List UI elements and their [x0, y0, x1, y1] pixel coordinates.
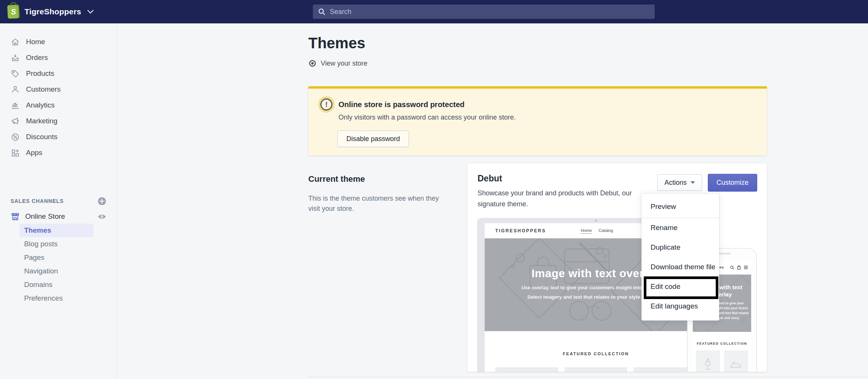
dress-form-icon [703, 358, 713, 371]
sidebar-item-label: Discounts [26, 133, 57, 141]
sidebar-item-label: Apps [26, 149, 42, 157]
cart-bag-icon [737, 265, 741, 270]
menu-item-download-theme-file[interactable]: Download theme file [641, 257, 719, 277]
mobile-header-icons [730, 265, 748, 270]
featured-collection-label: FEATURED COLLECTION [485, 331, 707, 356]
apps-icon [11, 148, 20, 158]
person-icon [11, 85, 20, 94]
eye-icon[interactable] [98, 213, 106, 220]
online-store-subnav: Themes Blog posts Pages Navigation Domai… [0, 224, 117, 305]
storefront-nav-catalog: Catalog [599, 228, 613, 234]
featured-collection-label: FEATURED COLLECTION [693, 332, 751, 345]
search-bar[interactable] [313, 5, 655, 19]
menu-item-label: Rename [651, 224, 678, 232]
warning-icon: ! [320, 98, 332, 110]
sneaker-icon [730, 361, 742, 369]
chevron-down-icon [87, 9, 94, 14]
store-name: TigreShoppers [24, 7, 81, 16]
menu-item-preview[interactable]: Preview [641, 196, 719, 218]
subnav-label: Themes [24, 226, 51, 235]
home-icon [11, 37, 20, 47]
page-title: Themes [308, 35, 365, 52]
topbar: S TigreShoppers [0, 0, 868, 23]
section-description: This is the theme customers see when the… [308, 193, 444, 214]
actions-menu: Preview Rename Duplicate Download theme … [641, 193, 719, 321]
menu-item-label: Preview [651, 203, 676, 211]
password-warning-banner: ! Online store is password protected Onl… [308, 86, 767, 156]
sidebar-item-label: Orders [26, 54, 48, 62]
current-theme-card: Debut Showcase your brand and products w… [467, 163, 767, 372]
sidebar-item-discounts[interactable]: Discounts [0, 129, 116, 145]
menu-item-rename[interactable]: Rename [641, 218, 719, 238]
sidebar-item-domains[interactable]: Domains [0, 278, 117, 292]
sidebar-item-analytics[interactable]: Analytics [0, 97, 116, 113]
product-tiles [485, 367, 707, 372]
subnav-label: Pages [24, 253, 44, 262]
theme-name: Debut [478, 173, 502, 184]
storefront-nav-home: Home [581, 228, 592, 234]
disable-password-button[interactable]: Disable password [337, 130, 409, 147]
subnav-label: Domains [24, 281, 52, 289]
section-divider [308, 377, 868, 377]
sidebar-item-apps[interactable]: Apps [0, 145, 116, 161]
sidebar: Home Orders Products Customers Analytics… [0, 23, 117, 379]
sidebar-item-customers[interactable]: Customers [0, 81, 116, 97]
sidebar-item-blog-posts[interactable]: Blog posts [0, 237, 117, 251]
product-tile [565, 367, 628, 372]
product-tile [696, 350, 720, 372]
sales-channels-label: SALES CHANNELS [11, 198, 64, 204]
sidebar-item-preferences[interactable]: Preferences [0, 292, 117, 305]
sidebar-item-label: Products [26, 69, 54, 78]
sidebar-item-navigation[interactable]: Navigation [0, 264, 117, 278]
menu-item-edit-languages[interactable]: Edit languages [641, 296, 719, 316]
view-store-link[interactable]: View your store [308, 59, 367, 68]
tag-icon [11, 69, 20, 78]
main-nav: Home Orders Products Customers Analytics… [0, 23, 116, 161]
view-store-label: View your store [321, 60, 367, 68]
menu-item-label: Duplicate [651, 243, 680, 252]
search-input[interactable] [330, 8, 649, 16]
menu-item-duplicate[interactable]: Duplicate [641, 238, 719, 257]
mobile-product-tiles [693, 350, 751, 372]
sidebar-item-orders[interactable]: Orders [0, 50, 116, 66]
online-store-label: Online Store [25, 212, 92, 221]
bar-chart-icon [11, 101, 20, 110]
menu-item-edit-code[interactable]: Edit code [641, 277, 719, 296]
search-icon [730, 265, 734, 270]
subnav-label: Blog posts [24, 240, 58, 248]
sales-channels-header: SALES CHANNELS [0, 196, 117, 206]
discount-icon [11, 132, 20, 142]
sidebar-item-label: Customers [26, 85, 61, 94]
shopify-admin: S TigreShoppers Home Orders Products [0, 0, 868, 379]
hamburger-menu-icon [744, 265, 748, 269]
actions-button-label: Actions [664, 179, 687, 187]
customize-button[interactable]: Customize [708, 174, 757, 192]
sidebar-item-products[interactable]: Products [0, 66, 116, 81]
sidebar-item-marketing[interactable]: Marketing [0, 113, 116, 129]
menu-item-label: Edit code [651, 282, 680, 291]
caret-down-icon [690, 181, 695, 184]
actions-button[interactable]: Actions [657, 174, 702, 191]
theme-description: Showcase your brand and products with De… [478, 188, 651, 210]
storefront-icon [11, 212, 20, 221]
sidebar-item-themes[interactable]: Themes [0, 224, 117, 237]
menu-item-label: Download theme file [651, 263, 715, 271]
banner-title: Online store is password protected [338, 100, 465, 109]
product-tile [495, 367, 558, 372]
camera-dot [595, 219, 597, 222]
sidebar-item-home[interactable]: Home [0, 34, 116, 50]
sidebar-item-pages[interactable]: Pages [0, 251, 117, 264]
shopify-logo-icon: S [7, 5, 20, 19]
megaphone-icon [11, 117, 20, 126]
sidebar-item-label: Home [26, 38, 45, 46]
add-channel-icon[interactable] [98, 197, 106, 206]
view-icon [308, 59, 317, 68]
sidebar-item-label: Marketing [26, 117, 57, 125]
sidebar-item-online-store[interactable]: Online Store [0, 210, 117, 223]
subnav-label: Preferences [24, 294, 63, 302]
search-icon [318, 8, 325, 15]
storefront-nav: Home Catalog [581, 228, 613, 234]
storefront-brand: TIGRESHOPPERS [495, 228, 546, 233]
store-switcher[interactable]: S TigreShoppers [8, 5, 94, 18]
sidebar-item-label: Analytics [26, 101, 55, 109]
